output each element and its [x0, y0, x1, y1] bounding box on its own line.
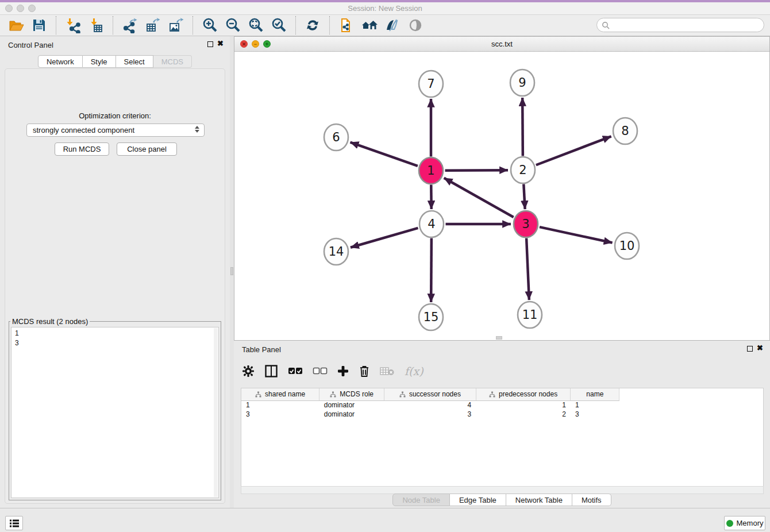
table-horizontal-scrollbar[interactable]	[241, 486, 764, 494]
graph-edge-2-3[interactable]	[523, 184, 525, 209]
search-input[interactable]	[613, 21, 764, 29]
graph-node-7[interactable]: 7	[419, 71, 443, 97]
mcds-result-group: MCDS result (2 nodes) 1 3	[9, 317, 221, 500]
import-table-button[interactable]	[87, 17, 105, 34]
node-table[interactable]: shared nameMCDS rolesuccessor nodesprede…	[241, 388, 764, 486]
optimization-criterion-dropdown[interactable]: strongly connected component	[26, 124, 205, 137]
graph-node-14[interactable]: 14	[324, 238, 348, 265]
column-header-name[interactable]: name	[571, 388, 619, 400]
clone-network-button[interactable]	[338, 17, 355, 34]
float-panel-icon[interactable]	[207, 41, 213, 47]
select-all-button[interactable]	[288, 367, 303, 375]
add-column-button[interactable]	[337, 365, 349, 377]
hide-graphics-details-button[interactable]	[407, 17, 424, 34]
float-table-panel-icon[interactable]	[747, 346, 753, 352]
delete-column-button[interactable]	[359, 365, 370, 377]
graph-edge-3-11[interactable]	[526, 238, 529, 300]
graph-node-4[interactable]: 4	[419, 211, 444, 237]
graph-node-2[interactable]: 2	[511, 157, 535, 183]
graph-edge-2-9[interactable]	[522, 98, 523, 156]
show-graphics-details-button[interactable]	[384, 17, 401, 34]
graph-node-3[interactable]: 3	[514, 211, 538, 237]
export-network-button[interactable]	[121, 17, 138, 34]
network-canvas[interactable]: 1234678910111415	[234, 52, 769, 340]
graph-edge-3-10[interactable]	[540, 227, 613, 242]
table-cell[interactable]: 3	[384, 410, 476, 419]
table-cell[interactable]: 1	[571, 400, 619, 410]
zoom-selected-button[interactable]	[270, 17, 287, 34]
import-network-button[interactable]	[64, 17, 82, 34]
close-panel-button[interactable]: Close panel	[117, 142, 177, 156]
tab-mcds[interactable]: MCDS	[153, 55, 192, 68]
export-table-button[interactable]	[144, 17, 161, 34]
table-cell[interactable]: 1	[241, 400, 319, 410]
splitter-grip[interactable]	[230, 267, 233, 275]
tab-motifs[interactable]: Motifs	[572, 494, 611, 506]
split-columns-button[interactable]	[264, 364, 278, 378]
first-neighbors-button[interactable]	[361, 17, 378, 34]
table-cell[interactable]: 3	[241, 410, 319, 419]
graph-edge-4-14[interactable]	[351, 228, 418, 248]
table-row[interactable]: 1dominator411	[241, 400, 763, 410]
mcds-result-text[interactable]: 1 3	[11, 327, 219, 498]
window-titlebar[interactable]: Session: New Session	[0, 2, 770, 15]
toolbar-separator	[295, 16, 296, 34]
graph-node-9[interactable]: 9	[510, 70, 534, 96]
graph-node-8[interactable]: 8	[613, 118, 637, 144]
window-resize-grip[interactable]	[496, 336, 502, 340]
table-settings-button[interactable]	[242, 365, 255, 377]
network-view-window: ✕ − + scc.txt 1234678910111415	[234, 36, 770, 341]
table-cell[interactable]: dominator	[319, 410, 384, 419]
column-header-MCDS-role[interactable]: MCDS role	[319, 388, 384, 400]
zoom-out-button[interactable]	[224, 17, 241, 34]
save-session-button[interactable]	[30, 17, 48, 34]
zoom-in-button[interactable]	[201, 17, 218, 34]
table-cell[interactable]: 4	[384, 400, 476, 410]
close-panel-icon[interactable]: ✖	[217, 39, 224, 48]
column-header-successor-nodes[interactable]: successor nodes	[384, 388, 476, 400]
graph-edge-1-6[interactable]	[351, 142, 418, 166]
toolbar-separator	[192, 16, 193, 34]
close-table-panel-icon[interactable]: ✖	[757, 344, 763, 352]
zoom-fit-button[interactable]	[247, 17, 264, 34]
graph-node-11[interactable]: 11	[518, 302, 542, 328]
tab-select[interactable]: Select	[116, 55, 153, 68]
homes-icon	[361, 17, 378, 33]
panel-splitter[interactable]	[230, 36, 234, 508]
network-window-titlebar[interactable]: ✕ − + scc.txt	[234, 37, 769, 52]
table-cell[interactable]: dominator	[319, 400, 384, 410]
search-field[interactable]	[596, 18, 764, 32]
graph-edge-4-15[interactable]	[431, 238, 432, 302]
graph-node-15[interactable]: 15	[419, 304, 443, 330]
graph-node-10[interactable]: 10	[615, 233, 639, 259]
graph-edge-1-2[interactable]	[445, 170, 508, 171]
tab-node-table[interactable]: Node Table	[392, 494, 450, 506]
graph-node-6[interactable]: 6	[324, 124, 348, 151]
delete-table-button[interactable]	[380, 366, 395, 376]
table-cell[interactable]: 2	[476, 410, 571, 419]
table-cell[interactable]: 3	[571, 410, 619, 419]
task-history-button[interactable]	[5, 516, 23, 530]
open-session-button[interactable]	[7, 17, 25, 34]
run-mcds-button[interactable]: Run MCDS	[55, 142, 109, 156]
tab-network[interactable]: Network	[38, 55, 83, 68]
column-header-predecessor-nodes[interactable]: predecessor nodes	[476, 388, 571, 400]
function-builder-button[interactable]: f(x)	[405, 365, 424, 377]
graph-node-1[interactable]: 1	[419, 157, 443, 184]
graph-edge-2-8[interactable]	[536, 136, 611, 165]
tab-edge-table[interactable]: Edge Table	[450, 494, 506, 506]
clone-network-icon	[338, 17, 355, 33]
deselect-all-button[interactable]	[313, 367, 328, 375]
memory-button[interactable]: Memory	[724, 516, 765, 530]
table-row[interactable]: 3dominator323	[241, 410, 763, 419]
network-graph[interactable]: 1234678910111415	[234, 52, 769, 340]
tab-style[interactable]: Style	[83, 55, 116, 68]
status-bar: Memory	[0, 508, 770, 532]
graph-edge-3-1[interactable]	[444, 178, 514, 217]
export-image-button[interactable]	[167, 17, 184, 34]
column-header-shared-name[interactable]: shared name	[241, 388, 319, 400]
tab-network-table[interactable]: Network Table	[506, 494, 572, 506]
result-scrollbar[interactable]	[214, 328, 218, 497]
table-cell[interactable]: 1	[476, 400, 571, 410]
refresh-button[interactable]	[304, 17, 321, 34]
